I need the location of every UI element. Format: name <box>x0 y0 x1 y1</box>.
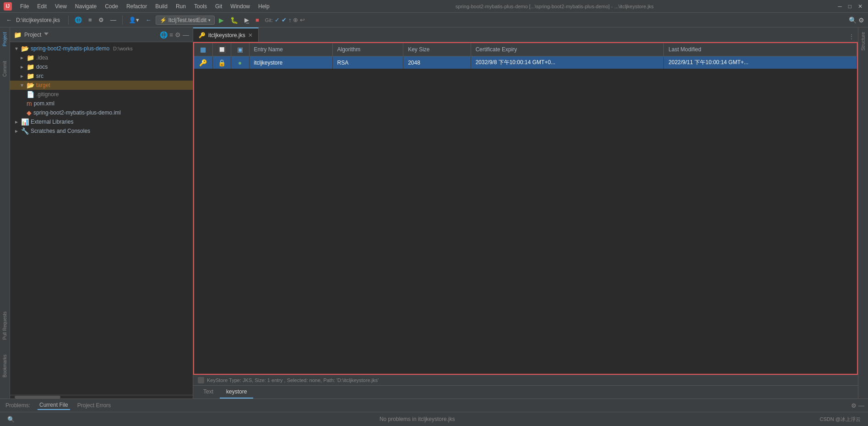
bottom-tab-keystore[interactable]: keystore <box>220 386 253 399</box>
pom-file-icon: m <box>27 100 32 107</box>
col-cert-expiry[interactable]: Certificate Expiry <box>471 43 664 56</box>
git-tick-icon[interactable]: ✔ <box>282 16 287 23</box>
collapse-icon[interactable]: — <box>108 15 119 25</box>
run-config-dropdown-icon: ▾ <box>208 18 211 22</box>
col-last-modified[interactable]: Last Modified <box>664 43 857 56</box>
coverage-button[interactable]: ▶̲ <box>242 15 251 25</box>
root-folder-icon: 📂 <box>21 45 29 52</box>
panel-settings-icon[interactable]: ⚙ <box>175 31 181 38</box>
minimize-button[interactable]: ─ <box>836 2 844 11</box>
sort-icon[interactable]: ≡ <box>86 15 94 25</box>
global-icon[interactable]: 🌐 <box>72 15 84 25</box>
git-checkmark-icon[interactable]: ✓ <box>275 16 280 23</box>
root-path: D:\works <box>113 46 133 51</box>
git-history-icon[interactable]: ⊕ <box>293 16 298 23</box>
col-algorithm[interactable]: Algorithm <box>332 43 403 56</box>
back-button[interactable]: ← <box>4 15 14 25</box>
panel-dropdown-icon[interactable] <box>44 33 49 37</box>
panel-global-icon[interactable]: 🌐 <box>160 31 168 38</box>
panel-minimize-icon[interactable]: — <box>183 31 189 38</box>
col2-header-icon: 🔲 <box>218 46 226 53</box>
bottom-panel-header: Problems: Current File Project Errors ⚙ … <box>0 399 868 412</box>
menu-edit[interactable]: Edit <box>33 2 50 11</box>
search-in-problems-icon[interactable]: 🔍 <box>7 416 15 423</box>
toolbar: ← D:\itcljkeystore.jks 🌐 ≡ ⚙ — 👤▾ ← ⚡ It… <box>0 13 868 27</box>
iml-file-icon: ◆ <box>27 109 32 116</box>
maximize-button[interactable]: □ <box>846 2 853 11</box>
tab-close-button[interactable]: ✕ <box>248 32 253 38</box>
tree-gitignore[interactable]: 📄 .gitignore <box>10 90 193 99</box>
bottom-status-text: No problems in itcljkeystore.jks <box>22 416 813 422</box>
bottom-settings-icon[interactable]: ⚙ <box>851 402 857 409</box>
menu-file[interactable]: File <box>16 2 33 11</box>
tree-idea[interactable]: 📁 .idea <box>10 53 193 62</box>
bookmarks-strip-label[interactable]: Bookmarks <box>2 352 7 380</box>
project-errors-tab[interactable]: Project Errors <box>76 401 113 410</box>
docs-label: docs <box>36 64 48 70</box>
bottom-close-icon[interactable]: — <box>858 402 864 409</box>
toolbar-settings-icon[interactable]: ⚙ <box>96 15 106 25</box>
menu-git[interactable]: Git <box>212 2 226 11</box>
stop-button[interactable]: ■ <box>253 15 261 25</box>
cell-entry-name: itcljkeystore <box>249 56 332 69</box>
tab-more-button[interactable]: ⋮ <box>845 32 858 42</box>
menu-view[interactable]: View <box>51 2 71 11</box>
profile-icon[interactable]: 👤▾ <box>126 15 141 25</box>
menu-code[interactable]: Code <box>101 2 122 11</box>
pull-requests-strip-label[interactable]: Pull Requests <box>2 309 7 343</box>
horizontal-scrollbar[interactable] <box>10 395 193 399</box>
col-icon1: ▦ <box>194 43 212 56</box>
main-area: Project Commit Pull Requests Bookmarks 📁… <box>0 27 868 399</box>
tree-arrow-external-libs <box>14 119 19 125</box>
external-libs-icon: 📊 <box>21 118 29 126</box>
tree-external-libs[interactable]: 📊 External Libraries <box>10 117 193 126</box>
close-button[interactable]: ✕ <box>856 2 864 11</box>
commit-strip-label[interactable]: Commit <box>2 58 7 79</box>
tree-target[interactable]: 📂 target <box>10 81 193 90</box>
menu-tools[interactable]: Tools <box>190 2 211 11</box>
tree-docs[interactable]: 📁 docs <box>10 62 193 71</box>
bottom-tab-text[interactable]: Text <box>197 386 220 399</box>
project-strip-label[interactable]: Project <box>2 29 7 49</box>
run-configuration[interactable]: ⚡ ItcljTest.testEdit ▾ <box>156 16 215 25</box>
table-row[interactable]: 🔑 🔒 ● itcljkeystore RSA 2048 2032/9/8 下午… <box>194 56 857 69</box>
search-button[interactable]: 🔍 <box>849 16 857 24</box>
run-config-label: ItcljTest.testEdit <box>168 17 206 23</box>
tree-iml[interactable]: ◆ spring-boot2-mybatis-plus-demo.iml <box>10 108 193 117</box>
menu-refactor[interactable]: Refactor <box>123 2 151 11</box>
target-folder-icon: 📂 <box>27 82 34 89</box>
git-arrow-back-icon[interactable]: ← <box>143 15 154 25</box>
col-key-size[interactable]: Key Size <box>403 43 471 56</box>
cell-cert-expiry: 2032/9/8 下午10:00:14 GMT+0... <box>471 56 664 69</box>
col-icon3: ▣ <box>231 43 249 56</box>
col-icon2: 🔲 <box>212 43 231 56</box>
menu-help[interactable]: Help <box>255 2 273 11</box>
git-arrow-up-icon[interactable]: ↑ <box>288 16 292 23</box>
menu-navigate[interactable]: Navigate <box>71 2 100 11</box>
tree-pom[interactable]: m pom.xml <box>10 99 193 108</box>
tree-root[interactable]: 📂 spring-boot2-mybatis-plus-demo D:\work… <box>10 44 193 53</box>
menu-window[interactable]: Window <box>227 2 254 11</box>
left-outer-strip: Project Commit Pull Requests Bookmarks <box>0 27 10 399</box>
settings-button[interactable]: ⚙ <box>858 16 864 24</box>
tree-arrow-idea <box>19 55 25 60</box>
structure-strip-label[interactable]: Structure <box>861 29 866 54</box>
bottom-right-info: CSDN @冰上浮云 <box>820 416 861 423</box>
editor-tab-keystore[interactable]: 🔑 itcljkeystore.jks ✕ <box>193 27 259 42</box>
run-button[interactable]: ▶ <box>217 15 226 25</box>
gitignore-label: .gitignore <box>36 91 59 98</box>
col3-header-icon: ▣ <box>237 46 243 53</box>
tree-scratches[interactable]: 🔧 Scratches and Consoles <box>10 126 193 136</box>
tree-src[interactable]: 📁 src <box>10 71 193 81</box>
git-undo-icon[interactable]: ↩ <box>300 16 305 23</box>
app-logo: IJ <box>4 2 12 11</box>
keystore-status-bar: KeyStore Type: JKS, Size: 1 entry , Sele… <box>193 375 858 385</box>
menu-build[interactable]: Build <box>152 2 171 11</box>
menu-run[interactable]: Run <box>172 2 190 11</box>
panel-sort-icon[interactable]: ≡ <box>169 31 173 38</box>
debug-button[interactable]: 🐛 <box>228 15 240 25</box>
current-file-tab[interactable]: Current File <box>38 401 70 410</box>
toolbar-separator-2 <box>122 16 123 25</box>
panel-header: 📁 Project 🌐 ≡ ⚙ — <box>10 27 193 42</box>
col-entry-name[interactable]: Entry Name <box>249 43 332 56</box>
